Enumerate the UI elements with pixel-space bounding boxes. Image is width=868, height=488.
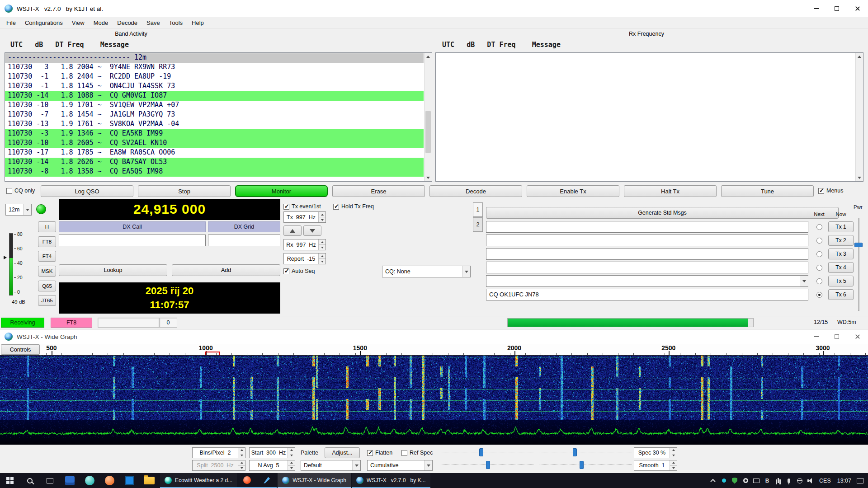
tray-display[interactable] xyxy=(751,473,762,488)
mode-button-ft4[interactable]: FT4 xyxy=(38,251,56,262)
tx-down-button[interactable] xyxy=(303,225,321,236)
menu-decode[interactable]: Decode xyxy=(113,18,142,28)
now-tx1-button[interactable]: Tx 1 xyxy=(828,221,854,232)
spectrum-gain-slider[interactable] xyxy=(441,460,533,470)
decode-row[interactable]: 110730 -1 1.8 2404 ~ RC2DD EA8UP -19 xyxy=(5,72,424,82)
menu-tools[interactable]: Tools xyxy=(165,18,187,28)
task-wide-graph[interactable]: WSJT-X - Wide Graph xyxy=(278,473,351,488)
dx-call-input[interactable] xyxy=(59,235,206,246)
spinner-arrows[interactable] xyxy=(318,253,326,264)
now-tx4-button[interactable]: Tx 4 xyxy=(828,262,854,273)
waterfall-canvas[interactable] xyxy=(0,356,868,420)
controls-button[interactable]: Controls xyxy=(1,344,40,355)
menu-configurations[interactable]: Configurations xyxy=(20,18,67,28)
hold-tx-freq-checkbox[interactable]: Hold Tx Freq xyxy=(333,203,374,210)
now-tx2-button[interactable]: Tx 2 xyxy=(828,235,854,246)
next-radio-1[interactable] xyxy=(816,224,822,230)
tray-network[interactable] xyxy=(794,473,805,488)
pinned-orange-app[interactable] xyxy=(99,473,119,488)
tx-message-6-field[interactable]: CQ OK1UFC JN78 xyxy=(486,289,808,300)
monitor-button[interactable]: Monitor xyxy=(235,185,328,197)
band-activity-panel[interactable]: ------------------------------ 12m110730… xyxy=(5,52,432,182)
mode-button-q65[interactable]: Q65 xyxy=(38,281,56,291)
spinner-arrows[interactable] xyxy=(288,448,295,458)
stop-button[interactable]: Stop xyxy=(138,185,231,197)
auto-seq-checkbox[interactable]: Auto Seq xyxy=(283,268,315,274)
lookup-button[interactable]: Lookup xyxy=(59,264,167,276)
tray-security[interactable] xyxy=(729,473,740,488)
enable-tx-button[interactable]: Enable Tx xyxy=(527,185,619,197)
tx-message-1-field[interactable] xyxy=(486,221,808,233)
maximize-icon[interactable] xyxy=(826,0,847,17)
pwr-slider-handle[interactable] xyxy=(854,243,863,247)
taskbar-clock[interactable]: 13:07 xyxy=(834,478,854,484)
notification-button[interactable] xyxy=(854,473,865,488)
generate-std-msgs-button[interactable]: Generate Std Msgs xyxy=(486,207,839,219)
now-tx6-button[interactable]: Tx 6 xyxy=(828,289,854,300)
language-indicator[interactable]: CES xyxy=(816,478,834,484)
smooth-spinner[interactable]: Smooth 1 xyxy=(634,460,677,471)
decode-row[interactable]: 110730 -14 1.8 2626 ~ CQ BA7SAY OL53 xyxy=(5,158,424,167)
wide-graph-titlebar[interactable]: WSJT-X - Wide Graph xyxy=(0,329,868,344)
decode-row[interactable]: 110730 -14 1.8 1088 ~ CQ GM0VGI IO87 xyxy=(5,91,424,101)
flatten-checkbox[interactable]: Flatten xyxy=(367,450,392,456)
spinner-arrows[interactable] xyxy=(238,448,245,458)
spectrum-zero-slider[interactable] xyxy=(539,460,632,470)
next-radio-6[interactable] xyxy=(816,292,822,298)
ref-spec-checkbox[interactable]: Ref Spec xyxy=(401,450,433,456)
menu-save[interactable]: Save xyxy=(142,18,165,28)
tx-message-dropdown-icon[interactable] xyxy=(800,276,808,286)
tx-message-5-field[interactable] xyxy=(486,275,808,287)
scrollbar-thumb[interactable] xyxy=(425,111,431,153)
spinner-arrows[interactable] xyxy=(288,460,295,470)
spinner-arrows[interactable] xyxy=(318,212,326,222)
tray-microphone[interactable] xyxy=(783,473,794,488)
task-view-button[interactable] xyxy=(40,473,60,488)
scroll-down-icon[interactable] xyxy=(856,174,863,181)
mode-button-ft8[interactable]: FT8 xyxy=(38,236,56,247)
next-radio-3[interactable] xyxy=(816,251,822,257)
decode-row[interactable]: 110730 -3 1.9 1346 ~ CQ EA5KB IM99 xyxy=(5,129,424,139)
menu-file[interactable]: File xyxy=(2,18,20,28)
n-avg-spinner[interactable]: N Avg 5 xyxy=(249,460,295,471)
mode-button-jt65[interactable]: JT65 xyxy=(38,295,56,306)
slider-handle[interactable] xyxy=(479,448,483,456)
report-spinner[interactable]: Report -15 xyxy=(283,253,326,264)
tx-even-checkbox[interactable]: Tx even/1st xyxy=(283,203,321,210)
decode-row[interactable]: 110730 3 1.8 2004 ~ 9Y4NE RX9WN RR73 xyxy=(5,63,424,72)
pinned-save-app[interactable] xyxy=(60,473,80,488)
spinner-arrows[interactable] xyxy=(670,460,677,470)
cq-only-checkbox[interactable]: CQ only xyxy=(6,188,35,194)
slider-handle[interactable] xyxy=(573,448,577,456)
menus-checkbox[interactable]: Menus xyxy=(818,188,844,194)
now-tx3-button[interactable]: Tx 3 xyxy=(828,249,854,259)
now-tx5-button[interactable]: Tx 5 xyxy=(828,276,854,286)
mode-button-h[interactable]: H xyxy=(38,221,56,232)
slider-handle[interactable] xyxy=(580,461,584,469)
tune-button[interactable]: Tune xyxy=(721,185,814,197)
band-select[interactable]: 12m xyxy=(5,204,32,216)
start-button[interactable] xyxy=(0,473,20,488)
close-icon[interactable] xyxy=(847,0,868,17)
slider-handle[interactable] xyxy=(486,461,490,469)
rx-frequency-scrollbar[interactable] xyxy=(855,53,863,181)
pinned-teal-app[interactable] xyxy=(80,473,99,488)
scroll-up-icon[interactable] xyxy=(425,53,432,60)
decode-button[interactable]: Decode xyxy=(429,185,522,197)
tx-up-button[interactable] xyxy=(283,225,302,236)
start-freq-spinner[interactable]: Start 300 Hz xyxy=(249,447,295,458)
rx-freq-spinner[interactable]: Rx 997 Hz xyxy=(283,239,326,250)
spec-percent-spinner[interactable]: Spec 30 % xyxy=(634,447,677,458)
add-button[interactable]: Add xyxy=(172,264,280,276)
rx-frequency-panel[interactable] xyxy=(435,52,863,182)
task-wsjtx-main[interactable]: WSJT-X v2.7.0 by K... xyxy=(352,473,430,488)
tray-expand-button[interactable] xyxy=(708,473,718,488)
menu-view[interactable]: View xyxy=(67,18,89,28)
pinned-blue-app[interactable] xyxy=(119,473,139,488)
band-activity-scrollbar[interactable] xyxy=(424,53,432,181)
decode-row[interactable]: 110730 -10 1.9 1701 ~ SV1QEW VP2MAA +07 xyxy=(5,101,424,110)
next-radio-5[interactable] xyxy=(816,278,822,284)
dx-grid-input[interactable] xyxy=(208,235,280,246)
next-radio-2[interactable] xyxy=(816,238,822,244)
minimize-icon[interactable] xyxy=(806,329,826,344)
